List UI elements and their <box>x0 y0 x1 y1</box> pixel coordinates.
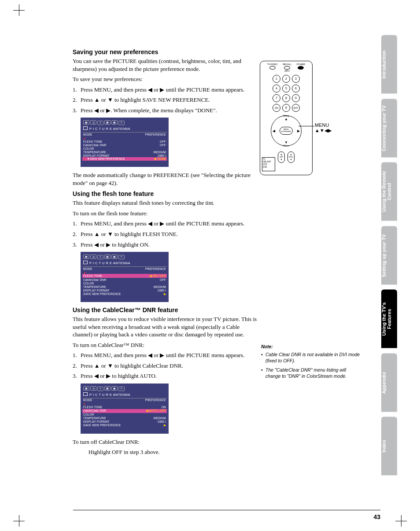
remote-ch-rocker: ▲CH▼ <box>278 151 285 163</box>
body-text: To turn on CableClear™ DNR: <box>73 341 258 349</box>
main-content: Saving your new preferences You can save… <box>73 48 258 459</box>
remote-key-2: 2 <box>282 75 290 83</box>
section-tabs: Introduction Connecting your TV Using th… <box>381 35 397 476</box>
tab-remote: Using the Remote Control <box>381 162 397 221</box>
remote-key-5: 5 <box>282 85 290 92</box>
body-text: To save your new preferences: <box>73 75 258 83</box>
remote-device-switch: TV CBL/SAT VCR DVD <box>262 157 275 171</box>
note-heading: Note: <box>261 343 362 350</box>
arrow-up-icon: ▲ <box>284 117 288 121</box>
page-number: 43 <box>373 513 380 520</box>
step-text: Press MENU, and then press ◀ or ▶ until … <box>81 86 244 93</box>
body-text: You can save the PICTURE qualities (cont… <box>73 57 258 73</box>
step-text: Highlight OFF in step 3 above. <box>73 448 258 456</box>
remote-key-100: 100 <box>273 104 280 112</box>
remote-key-0: 0 <box>282 104 290 112</box>
remote-key-1: 1 <box>273 75 280 83</box>
step-text: Press ◀ or ▶. When complete, the menu di… <box>81 107 217 114</box>
tab-features: Using the TV's Features <box>381 290 397 348</box>
crop-mark <box>13 515 25 527</box>
remote-key-7: 7 <box>273 94 280 102</box>
body-text: The mode automatically change to PREFERE… <box>73 171 258 187</box>
body-text: This feature displays natural flesh tone… <box>73 199 258 207</box>
step-text: Press ◀ or ▶ to highlight ON. <box>81 241 150 248</box>
crop-mark <box>395 515 407 527</box>
osd-menu-screenshot-1: ▣◎☺▦▣⎋ P I C T U R E ANTENNA MODEPREFERE… <box>81 118 169 167</box>
step-text: Press ▲ or ▼ to highlight FLESH TONE. <box>81 231 178 237</box>
remote-key-ent: ENT <box>292 104 300 112</box>
heading-flesh-tone: Using the flesh tone feature <box>73 190 258 197</box>
remote-key-8: 8 <box>282 94 290 102</box>
body-text: To turn on the flesh tone feature: <box>73 210 258 218</box>
note-box: Note: Cable Clear DNR is not available i… <box>261 343 362 382</box>
remote-illustration: TV/VIDEO RECALLINFO POWER 1 2 3 4 5 6 7 … <box>260 61 348 175</box>
tab-introduction: Introduction <box>381 35 397 94</box>
body-text: To turn off CableClear DNR: <box>73 438 258 446</box>
note-item: Cable Clear DNR is not available in DVI … <box>261 351 362 364</box>
step-text: Press ◀ or ▶ to highlight AUTO. <box>81 372 157 379</box>
remote-vol-rocker: ▲VOL▼ <box>287 151 295 163</box>
heading-cableclear: Using the CableClear™ DNR feature <box>73 306 258 313</box>
tab-appendix: Appendix <box>381 354 397 412</box>
heading-saving-preferences: Saving your new preferences <box>73 48 258 55</box>
remote-key-9: 9 <box>292 94 300 102</box>
tab-setting-up: Setting up your TV <box>381 226 397 285</box>
remote-callout: MENU ▲▼◀▶ <box>315 122 332 133</box>
step-text: Press ▲ or ▼ to highlight CableClear DNR… <box>81 362 183 369</box>
osd-menu-screenshot-3: ▣◎☺▦▣⎋ P I C T U R E ANTENNA MODEPREFERE… <box>81 384 169 434</box>
osd-menu-screenshot-2: ▣◎☺▦▣⎋ P I C T U R E ANTENNA MODEPREFERE… <box>81 252 169 302</box>
remote-key-6: 6 <box>292 85 300 92</box>
arrow-down-icon: ▼ <box>284 140 288 144</box>
crop-mark <box>13 4 25 16</box>
tab-index: Index <box>381 417 397 476</box>
note-item: The "CableClear DNR" menu listing will c… <box>261 367 362 379</box>
tab-connecting: Connecting your TV <box>381 99 397 158</box>
arrow-left-icon: ◀ <box>273 129 275 133</box>
arrow-right-icon: ▶ <box>297 129 300 133</box>
step-text: Press MENU, and then press ◀ or ▶ until … <box>81 220 244 227</box>
step-text: Press MENU, and then press ◀ or ▶ until … <box>81 352 244 358</box>
footer-rule <box>73 510 380 510</box>
body-text: This feature allows you to reduce visibl… <box>73 315 258 339</box>
remote-key-3: 3 <box>292 75 300 83</box>
remote-nav-ring: FAV▲ ▲ ▼ ◀ ▶ MENUEXIT/BKSMENU FAV▼ <box>271 115 302 146</box>
remote-key-4: 4 <box>273 85 280 92</box>
step-text: Press ▲ or ▼ to highlight SAVE NEW PREFE… <box>81 96 210 103</box>
